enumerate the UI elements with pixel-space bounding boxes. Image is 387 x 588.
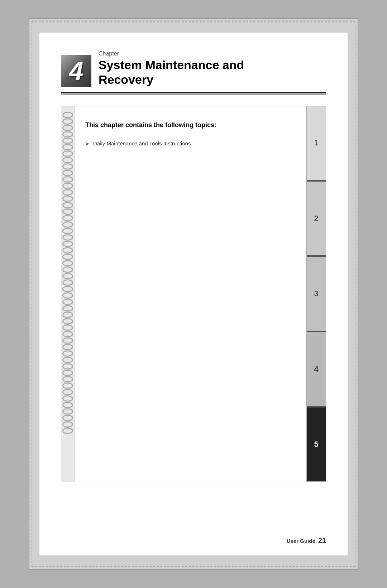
spiral-coil [62, 125, 73, 131]
spiral-coil [62, 382, 73, 389]
chapter-label: Chapter [99, 50, 244, 57]
spiral-coil [62, 234, 73, 241]
spiral-coil [62, 395, 73, 402]
tab-1: 1 [307, 106, 326, 180]
spiral-coil [62, 337, 73, 344]
spiral-coil [62, 208, 73, 215]
spiral-coil [62, 157, 73, 163]
spiral-coil [62, 266, 73, 273]
tab-3: 3 [307, 257, 326, 331]
spiral-coil [62, 254, 73, 260]
notebook-content: This chapter contains the following topi… [75, 106, 306, 162]
arrow-icon: ➤ [85, 141, 90, 146]
footer-page-number: 21 [318, 536, 326, 545]
spiral-coil [62, 170, 73, 176]
spiral-coil [62, 196, 73, 202]
page-footer: User Guide 21 [287, 536, 326, 545]
topic-list: ➤ Daily Maintenance and Tools Instructio… [85, 140, 295, 146]
tab-5: 5 [307, 408, 326, 481]
spiral-coil [62, 428, 73, 434]
spiral-coil [62, 241, 73, 247]
spiral-coil [62, 260, 73, 266]
spiral-coil [62, 131, 73, 138]
spiral-coil [62, 350, 73, 357]
chapter-number: 4 [69, 58, 83, 84]
spiral-coil [62, 376, 73, 382]
chapter-header: 4 Chapter System Maintenance and Recover… [61, 50, 326, 87]
spiral-coil [62, 421, 73, 428]
spiral-coil [62, 415, 73, 421]
spiral-coil [62, 221, 73, 228]
notebook: This chapter contains the following topi… [61, 106, 326, 482]
spiral-coil [62, 163, 73, 170]
spiral-coil [62, 138, 73, 144]
page-inner: 4 Chapter System Maintenance and Recover… [39, 33, 348, 555]
tab-strip: 1 2 3 4 5 [306, 106, 326, 482]
spiral-coil [62, 273, 73, 279]
topic-text: Daily Maintenance and Tools Instructions [93, 140, 191, 146]
spiral-coil [62, 183, 73, 189]
spiral-coil [62, 305, 73, 312]
tab-4: 4 [307, 332, 326, 406]
notebook-intro: This chapter contains the following topi… [85, 121, 295, 130]
list-item: ➤ Daily Maintenance and Tools Instructio… [85, 140, 295, 146]
chapter-title-area: Chapter System Maintenance and Recovery [99, 50, 244, 87]
spiral-coil [62, 402, 73, 408]
spiral-coil [62, 112, 73, 118]
notebook-main: This chapter contains the following topi… [75, 106, 306, 482]
spiral-coil [62, 189, 73, 196]
spiral-coil [62, 247, 73, 254]
spiral-coil [62, 370, 73, 376]
footer-guide-label: User Guide [287, 538, 315, 544]
spiral-coil [62, 357, 73, 363]
spiral-coil [62, 286, 73, 292]
spiral-coil [62, 176, 73, 183]
spiral-coil [62, 408, 73, 415]
spiral-binding [61, 106, 75, 482]
spiral-coil [62, 150, 73, 157]
chapter-divider [61, 92, 326, 95]
spiral-coil [62, 312, 73, 318]
spiral-coil [62, 331, 73, 337]
chapter-title: System Maintenance and Recovery [99, 58, 244, 87]
spiral-coil [62, 389, 73, 395]
spiral-coil [62, 144, 73, 150]
spiral-coil [62, 215, 73, 221]
spiral-coil [62, 228, 73, 234]
chapter-number-box: 4 [61, 55, 91, 87]
page-outer: 4 Chapter System Maintenance and Recover… [29, 18, 358, 570]
spiral-coil [62, 279, 73, 286]
spiral-coil [62, 292, 73, 299]
spiral-coil [62, 324, 73, 331]
spiral-coil [62, 299, 73, 305]
tab-2: 2 [307, 182, 326, 255]
spiral-coil [62, 318, 73, 324]
spiral-coil [62, 363, 73, 370]
spiral-coil [62, 202, 73, 208]
spiral-coil [62, 118, 73, 125]
spiral-coil [62, 344, 73, 350]
